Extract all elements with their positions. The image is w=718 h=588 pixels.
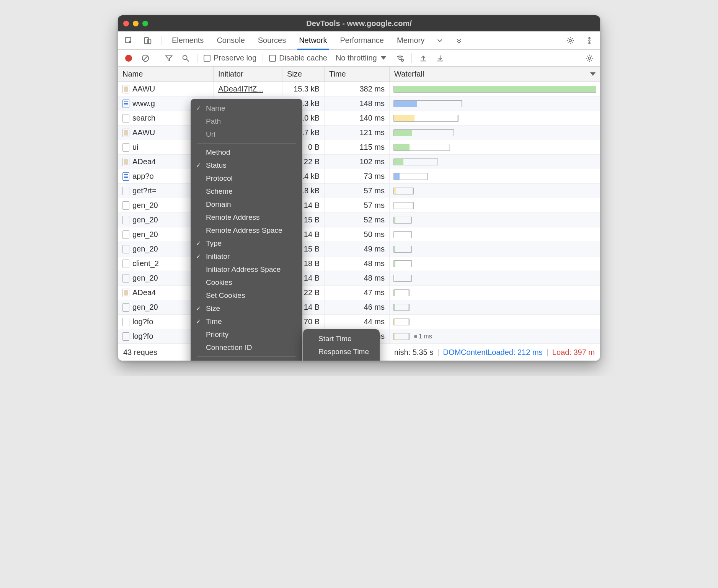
table-row[interactable]: gen_20(index):11615 B49 ms [118,242,600,256]
col-initiator[interactable]: Initiator [214,67,282,82]
time-value: 57 ms [325,184,390,198]
search-icon[interactable] [180,53,191,64]
request-name: gen_20 [132,245,158,253]
file-icon [122,289,129,297]
filter-icon[interactable] [163,53,174,64]
menu-item-sort-by[interactable]: Sort By▶ [191,359,302,361]
menu-item-set-cookies[interactable]: Set Cookies [191,289,302,302]
settings-gear-icon[interactable] [565,35,576,46]
tab-console[interactable]: Console [215,31,246,49]
menu-item-scheme[interactable]: Scheme [191,185,302,198]
waterfall-cell [390,227,600,242]
time-value: 57 ms [325,198,390,212]
menu-item-type[interactable]: Type [191,237,302,250]
waterfall-cell [390,213,600,227]
menu-item-connection-id[interactable]: Connection ID [191,341,302,354]
submenu-item-response-time[interactable]: Response Time [303,345,380,358]
table-row[interactable]: app?ors=AA2YrT...14.4 kB73 ms [118,169,600,184]
file-icon [122,245,129,253]
menu-item-priority[interactable]: Priority [191,328,302,341]
tab-elements[interactable]: Elements [170,31,205,49]
table-row[interactable]: gen_20(index):1214 B50 ms [118,227,600,242]
table-row[interactable]: gen_2014 B46 ms [118,300,600,315]
svg-point-3 [569,39,571,41]
waterfall-cell [390,169,600,183]
header-context-menu[interactable]: NamePathUrlMethodStatusProtocolSchemeDom… [191,99,302,361]
overflow-icon[interactable] [454,35,464,46]
col-name[interactable]: Name [118,67,214,82]
menu-item-cookies[interactable]: Cookies [191,276,302,289]
menu-item-status[interactable]: Status [191,159,302,172]
menu-item-url[interactable]: Url [191,128,302,141]
time-value: 44 ms [325,315,390,329]
more-tabs-icon[interactable] [434,35,445,46]
upload-har-icon[interactable] [418,53,429,64]
minimize-window-button[interactable] [133,21,139,26]
download-har-icon[interactable] [435,53,445,64]
file-icon [122,201,129,210]
request-name: ADea4 [132,288,156,297]
request-name: log?fo [132,317,153,326]
table-row[interactable]: searchm=cdos,dp...21.0 kB140 ms [118,111,600,126]
svg-point-8 [183,55,187,59]
zoom-window-button[interactable] [142,21,148,26]
disable-cache-checkbox[interactable]: Disable cache [269,54,327,62]
tab-performance[interactable]: Performance [339,31,386,49]
menu-item-time[interactable]: Time [191,315,302,328]
menu-item-path[interactable]: Path [191,115,302,128]
svg-point-4 [589,37,590,39]
col-size[interactable]: Size [282,67,325,82]
menu-item-domain[interactable]: Domain [191,198,302,211]
tab-memory[interactable]: Memory [395,31,426,49]
menu-item-method[interactable]: Method [191,146,302,159]
request-name: get?rt= [132,186,157,195]
menu-item-protocol[interactable]: Protocol [191,172,302,185]
time-value: 382 ms [325,82,390,96]
table-row[interactable]: ADea4(index)22 B102 ms [118,155,600,169]
col-waterfall[interactable]: Waterfall [390,67,600,82]
table-row[interactable]: gen_20(index):21514 B48 ms [118,271,600,286]
table-row[interactable]: gen_20m=cdos,dp...14 B57 ms [118,198,600,213]
submenu-item-end-time[interactable]: End Time [303,358,380,361]
table-row[interactable]: AAWUADea4I7IfZ...15.3 kB382 ms [118,82,600,96]
file-icon [122,143,129,152]
menu-item-initiator[interactable]: Initiator [191,250,302,263]
waterfall-cell [390,155,600,169]
record-button[interactable] [123,53,134,64]
network-conditions-icon[interactable] [395,53,405,64]
table-row[interactable]: gen_20(index):11615 B52 ms [118,213,600,227]
close-window-button[interactable] [123,21,129,26]
menu-item-initiator-address-space[interactable]: Initiator Address Space [191,263,302,276]
menu-item-remote-address[interactable]: Remote Address [191,211,302,224]
submenu-item-start-time[interactable]: Start Time [303,332,380,345]
table-row[interactable]: uim=DhPYm...0 B115 ms [118,140,600,155]
table-row[interactable]: client_2(index):318 B48 ms [118,256,600,271]
table-row[interactable]: get?rt=rs=AA2YrT...14.8 kB57 ms [118,184,600,198]
status-load: Load: 397 m [552,348,595,357]
menu-item-name[interactable]: Name [191,102,302,115]
request-name: gen_20 [132,303,158,312]
request-name: client_2 [132,259,159,268]
tab-network[interactable]: Network [297,31,328,49]
waterfall-submenu[interactable]: Start TimeResponse TimeEnd TimeTotal Dur… [303,329,380,361]
col-time[interactable]: Time [325,67,390,82]
device-toolbar-icon[interactable] [142,35,153,46]
table-row[interactable]: AAWUADea4I7IfZ...2.7 kB121 ms [118,126,600,140]
preserve-log-checkbox[interactable]: Preserve log [204,54,256,62]
menu-item-remote-address-space[interactable]: Remote Address Space [191,224,302,237]
kebab-menu-icon[interactable] [584,35,595,46]
inspect-element-icon[interactable] [123,35,134,46]
request-name: gen_20 [132,216,158,224]
status-dom-content-loaded: DOMContentLoaded: 212 ms [443,348,542,357]
table-row[interactable]: log?fo70 B44 ms [118,315,600,329]
table-row[interactable]: www.gOther44.3 kB148 ms [118,96,600,111]
file-icon [122,332,129,341]
request-name: AAWU [132,85,155,93]
menu-item-size[interactable]: Size [191,302,302,315]
table-row[interactable]: ADea4app?origin...22 B47 ms [118,286,600,300]
initiator-link[interactable]: ADea4I7IfZ... [218,85,263,93]
network-settings-gear-icon[interactable] [584,53,595,64]
tab-sources[interactable]: Sources [256,31,287,49]
throttling-select[interactable]: No throttling [333,53,388,63]
clear-button[interactable] [140,53,151,64]
